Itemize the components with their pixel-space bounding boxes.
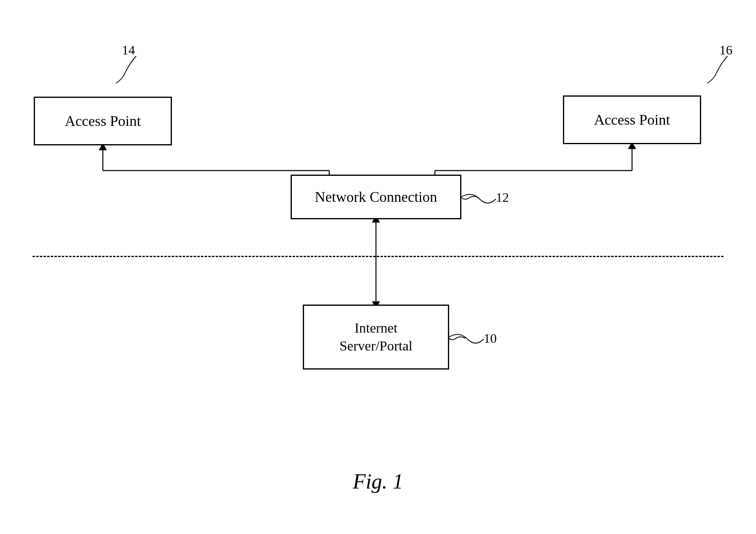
ref-num-12: 12 — [496, 190, 509, 205]
network-connection-box: Network Connection — [291, 175, 461, 219]
diagram: Access Point Access Point Network Connec… — [0, 0, 756, 534]
internet-server-box: InternetServer/Portal — [303, 305, 449, 370]
network-connection-label: Network Connection — [315, 188, 437, 205]
access-point-left-label: Access Point — [65, 112, 141, 130]
internet-server-label: InternetServer/Portal — [339, 319, 412, 355]
ref-num-14: 14 — [122, 43, 135, 58]
dashed-separator-line — [33, 256, 723, 257]
access-point-right-label: Access Point — [594, 111, 670, 128]
access-point-right: Access Point — [563, 95, 701, 144]
access-point-left: Access Point — [34, 97, 172, 145]
ref-num-10: 10 — [484, 331, 497, 346]
ref-lines-svg — [0, 0, 756, 534]
figure-label: Fig. 1 — [353, 469, 403, 493]
ref-num-16: 16 — [719, 43, 732, 58]
diagram-arrows — [0, 0, 756, 534]
